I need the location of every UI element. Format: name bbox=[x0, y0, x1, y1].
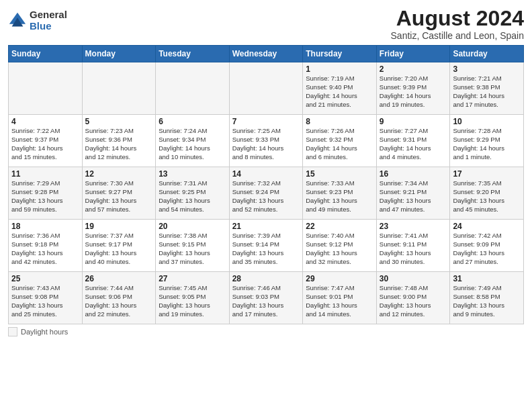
day-info: Sunrise: 7:48 AM Sunset: 9:00 PM Dayligh… bbox=[380, 284, 447, 318]
day-number: 20 bbox=[159, 222, 226, 231]
table-row: 9Sunrise: 7:27 AM Sunset: 9:31 PM Daylig… bbox=[376, 115, 450, 167]
logo: General Blue bbox=[8, 9, 67, 32]
table-row: 29Sunrise: 7:47 AM Sunset: 9:01 PM Dayli… bbox=[303, 272, 377, 324]
table-row: 28Sunrise: 7:46 AM Sunset: 9:03 PM Dayli… bbox=[229, 272, 303, 324]
day-number: 18 bbox=[11, 222, 79, 231]
day-info: Sunrise: 7:24 AM Sunset: 9:34 PM Dayligh… bbox=[159, 127, 226, 161]
legend-label: Daylight hours bbox=[21, 328, 68, 336]
day-number: 8 bbox=[306, 117, 373, 126]
day-info: Sunrise: 7:26 AM Sunset: 9:32 PM Dayligh… bbox=[306, 127, 373, 161]
logo-general: General bbox=[30, 9, 67, 21]
day-info: Sunrise: 7:43 AM Sunset: 9:08 PM Dayligh… bbox=[11, 284, 79, 318]
day-info: Sunrise: 7:30 AM Sunset: 9:27 PM Dayligh… bbox=[85, 179, 153, 214]
day-number: 4 bbox=[11, 117, 79, 126]
table-row bbox=[82, 62, 156, 115]
day-number: 14 bbox=[232, 169, 300, 179]
calendar-table: Sunday Monday Tuesday Wednesday Thursday… bbox=[8, 45, 524, 324]
calendar-week-row: 1Sunrise: 7:19 AM Sunset: 9:40 PM Daylig… bbox=[9, 62, 524, 115]
legend-box bbox=[8, 327, 17, 336]
day-info: Sunrise: 7:37 AM Sunset: 9:17 PM Dayligh… bbox=[85, 232, 153, 266]
day-info: Sunrise: 7:23 AM Sunset: 9:36 PM Dayligh… bbox=[85, 127, 153, 161]
day-number: 26 bbox=[85, 274, 153, 283]
day-info: Sunrise: 7:36 AM Sunset: 9:18 PM Dayligh… bbox=[11, 232, 79, 266]
header-wednesday: Wednesday bbox=[229, 46, 303, 62]
table-row: 30Sunrise: 7:48 AM Sunset: 9:00 PM Dayli… bbox=[376, 272, 450, 324]
day-info: Sunrise: 7:42 AM Sunset: 9:09 PM Dayligh… bbox=[453, 232, 521, 266]
calendar-header-row: Sunday Monday Tuesday Wednesday Thursday… bbox=[9, 46, 524, 62]
day-info: Sunrise: 7:41 AM Sunset: 9:11 PM Dayligh… bbox=[380, 232, 447, 266]
table-row bbox=[156, 62, 230, 115]
table-row: 7Sunrise: 7:25 AM Sunset: 9:33 PM Daylig… bbox=[229, 115, 303, 167]
logo-text: General Blue bbox=[30, 9, 67, 32]
table-row: 6Sunrise: 7:24 AM Sunset: 9:34 PM Daylig… bbox=[156, 115, 230, 167]
table-row: 5Sunrise: 7:23 AM Sunset: 9:36 PM Daylig… bbox=[82, 115, 156, 167]
header-tuesday: Tuesday bbox=[156, 46, 230, 62]
day-number: 15 bbox=[306, 169, 373, 179]
day-number: 19 bbox=[85, 222, 153, 231]
day-info: Sunrise: 7:49 AM Sunset: 8:58 PM Dayligh… bbox=[453, 284, 521, 318]
day-info: Sunrise: 7:21 AM Sunset: 9:38 PM Dayligh… bbox=[453, 75, 521, 109]
day-number: 31 bbox=[453, 274, 521, 283]
day-info: Sunrise: 7:22 AM Sunset: 9:37 PM Dayligh… bbox=[11, 127, 79, 161]
header-sunday: Sunday bbox=[9, 46, 83, 62]
day-info: Sunrise: 7:40 AM Sunset: 9:12 PM Dayligh… bbox=[306, 232, 373, 266]
day-number: 30 bbox=[380, 274, 447, 283]
table-row: 19Sunrise: 7:37 AM Sunset: 9:17 PM Dayli… bbox=[82, 220, 156, 272]
day-info: Sunrise: 7:25 AM Sunset: 9:33 PM Dayligh… bbox=[232, 127, 300, 161]
day-number: 6 bbox=[159, 117, 226, 126]
day-info: Sunrise: 7:20 AM Sunset: 9:39 PM Dayligh… bbox=[380, 75, 447, 109]
day-info: Sunrise: 7:47 AM Sunset: 9:01 PM Dayligh… bbox=[306, 284, 373, 318]
table-row: 16Sunrise: 7:34 AM Sunset: 9:21 PM Dayli… bbox=[376, 167, 450, 220]
calendar-week-row: 18Sunrise: 7:36 AM Sunset: 9:18 PM Dayli… bbox=[9, 220, 524, 272]
day-number: 7 bbox=[232, 117, 300, 126]
table-row bbox=[229, 62, 303, 115]
table-row: 27Sunrise: 7:45 AM Sunset: 9:05 PM Dayli… bbox=[156, 272, 230, 324]
table-row: 22Sunrise: 7:40 AM Sunset: 9:12 PM Dayli… bbox=[303, 220, 377, 272]
header-saturday: Saturday bbox=[450, 46, 524, 62]
day-info: Sunrise: 7:31 AM Sunset: 9:25 PM Dayligh… bbox=[159, 179, 226, 214]
month-year-title: August 2024 bbox=[391, 7, 524, 30]
location-subtitle: Santiz, Castille and Leon, Spain bbox=[391, 30, 524, 41]
table-row: 17Sunrise: 7:35 AM Sunset: 9:20 PM Dayli… bbox=[450, 167, 524, 220]
table-row: 14Sunrise: 7:32 AM Sunset: 9:24 PM Dayli… bbox=[229, 167, 303, 220]
table-row: 8Sunrise: 7:26 AM Sunset: 9:32 PM Daylig… bbox=[303, 115, 377, 167]
table-row: 15Sunrise: 7:33 AM Sunset: 9:23 PM Dayli… bbox=[303, 167, 377, 220]
day-number: 17 bbox=[453, 169, 521, 179]
day-info: Sunrise: 7:45 AM Sunset: 9:05 PM Dayligh… bbox=[159, 284, 226, 318]
table-row: 23Sunrise: 7:41 AM Sunset: 9:11 PM Dayli… bbox=[376, 220, 450, 272]
day-number: 23 bbox=[380, 222, 447, 231]
day-info: Sunrise: 7:29 AM Sunset: 9:28 PM Dayligh… bbox=[11, 179, 79, 214]
day-info: Sunrise: 7:46 AM Sunset: 9:03 PM Dayligh… bbox=[232, 284, 300, 318]
page-container: General Blue August 2024 Santiz, Castill… bbox=[0, 0, 532, 342]
day-number: 5 bbox=[85, 117, 153, 126]
header-thursday: Thursday bbox=[303, 46, 377, 62]
day-number: 9 bbox=[380, 117, 447, 126]
day-info: Sunrise: 7:34 AM Sunset: 9:21 PM Dayligh… bbox=[380, 179, 447, 214]
day-number: 25 bbox=[11, 274, 79, 283]
table-row: 18Sunrise: 7:36 AM Sunset: 9:18 PM Dayli… bbox=[9, 220, 83, 272]
table-row: 3Sunrise: 7:21 AM Sunset: 9:38 PM Daylig… bbox=[450, 62, 524, 115]
legend: Daylight hours bbox=[8, 327, 524, 336]
header-friday: Friday bbox=[376, 46, 450, 62]
day-info: Sunrise: 7:33 AM Sunset: 9:23 PM Dayligh… bbox=[306, 179, 373, 214]
day-number: 11 bbox=[11, 169, 79, 179]
table-row: 25Sunrise: 7:43 AM Sunset: 9:08 PM Dayli… bbox=[9, 272, 83, 324]
table-row: 20Sunrise: 7:38 AM Sunset: 9:15 PM Dayli… bbox=[156, 220, 230, 272]
day-number: 27 bbox=[159, 274, 226, 283]
calendar-week-row: 25Sunrise: 7:43 AM Sunset: 9:08 PM Dayli… bbox=[9, 272, 524, 324]
day-number: 1 bbox=[306, 64, 373, 74]
day-info: Sunrise: 7:39 AM Sunset: 9:14 PM Dayligh… bbox=[232, 232, 300, 266]
day-info: Sunrise: 7:28 AM Sunset: 9:29 PM Dayligh… bbox=[453, 127, 521, 161]
table-row: 2Sunrise: 7:20 AM Sunset: 9:39 PM Daylig… bbox=[376, 62, 450, 115]
table-row: 13Sunrise: 7:31 AM Sunset: 9:25 PM Dayli… bbox=[156, 167, 230, 220]
day-number: 29 bbox=[306, 274, 373, 283]
table-row: 12Sunrise: 7:30 AM Sunset: 9:27 PM Dayli… bbox=[82, 167, 156, 220]
table-row: 1Sunrise: 7:19 AM Sunset: 9:40 PM Daylig… bbox=[303, 62, 377, 115]
day-info: Sunrise: 7:19 AM Sunset: 9:40 PM Dayligh… bbox=[306, 75, 373, 109]
calendar-week-row: 4Sunrise: 7:22 AM Sunset: 9:37 PM Daylig… bbox=[9, 115, 524, 167]
table-row: 31Sunrise: 7:49 AM Sunset: 8:58 PM Dayli… bbox=[450, 272, 524, 324]
logo-icon bbox=[8, 11, 27, 30]
table-row bbox=[9, 62, 83, 115]
day-info: Sunrise: 7:44 AM Sunset: 9:06 PM Dayligh… bbox=[85, 284, 153, 318]
table-row: 26Sunrise: 7:44 AM Sunset: 9:06 PM Dayli… bbox=[82, 272, 156, 324]
